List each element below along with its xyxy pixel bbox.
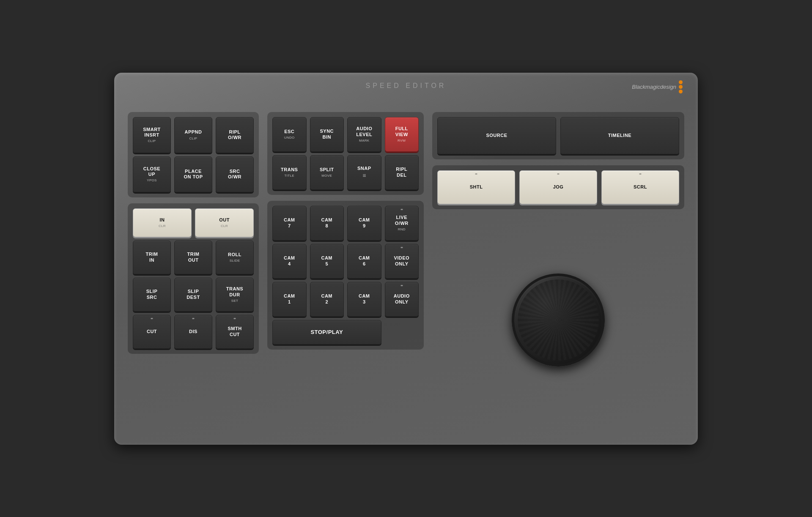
- key-out[interactable]: OUT CLR: [195, 208, 254, 237]
- key-roll[interactable]: ROLL SLIDE: [216, 241, 254, 274]
- key-snap[interactable]: SNAP ≡: [347, 155, 381, 190]
- key-sync-bin[interactable]: SYNCBIN: [310, 117, 344, 152]
- key-cam6[interactable]: CAM6: [347, 244, 381, 279]
- key-source[interactable]: SOURCE: [437, 117, 556, 154]
- key-esc[interactable]: ESC UNDO: [272, 117, 307, 152]
- inout-panel: IN CLR OUT CLR TRIMIN TRIMOUT: [128, 203, 259, 354]
- key-full-view[interactable]: FULLVIEW RVW: [385, 117, 419, 152]
- key-stop-play[interactable]: STOP/PLAY: [272, 320, 381, 345]
- brand-text: Blackmagicdesign: [632, 84, 676, 90]
- key-src-owr[interactable]: SRCO/WR: [216, 156, 254, 192]
- jog-wheel[interactable]: [512, 274, 605, 367]
- device-title: SPEED EDITOR: [366, 82, 447, 90]
- key-timeline[interactable]: TIMELINE: [560, 117, 679, 154]
- key-trans[interactable]: TRANS TITLE: [272, 155, 307, 190]
- key-slip-dest[interactable]: SLIPDEST: [174, 278, 212, 312]
- clip-grid: SMARTINSRT CLIP APPND CLIP RIPLO/WR CLOS…: [133, 117, 254, 192]
- key-cam7[interactable]: CAM7: [272, 206, 307, 241]
- brand: Blackmagicdesign: [632, 80, 683, 93]
- speed-editor-device: SPEED EDITOR Blackmagicdesign SMARTINSRT…: [114, 73, 698, 445]
- key-ripl-del[interactable]: RIPLDEL: [385, 155, 419, 190]
- key-trans-dur[interactable]: TRANSDUR SET: [216, 278, 254, 312]
- trans-panel: ESC UNDO SYNCBIN AUDIOLEVEL MARK FULLVIE…: [267, 112, 424, 195]
- key-place-on-top[interactable]: PLACEON TOP: [174, 156, 212, 192]
- brand-dot-1: [679, 80, 683, 84]
- key-shtl[interactable]: SHTL: [437, 170, 515, 204]
- cam-panel: CAM7 CAM8 CAM9 LIVEO/WR RND: [267, 201, 424, 350]
- key-trim-in[interactable]: TRIMIN: [133, 241, 171, 274]
- key-in[interactable]: IN CLR: [133, 208, 192, 237]
- key-audio-only[interactable]: AUDIOONLY: [385, 282, 419, 317]
- key-cut[interactable]: CUT: [133, 315, 171, 349]
- key-appnd[interactable]: APPND CLIP: [174, 117, 212, 153]
- key-trim-out[interactable]: TRIMOUT: [174, 241, 212, 274]
- shuttle-panel: SHTL JOG SCRL: [432, 165, 684, 209]
- key-cam1[interactable]: CAM1: [272, 282, 307, 317]
- clip-panel: SMARTINSRT CLIP APPND CLIP RIPLO/WR CLOS…: [128, 112, 259, 197]
- key-cam3[interactable]: CAM3: [347, 282, 381, 317]
- jog-wheel-container: [432, 215, 684, 425]
- key-slip-src[interactable]: SLIPSRC: [133, 278, 171, 312]
- brand-logo: [679, 80, 683, 93]
- key-video-only[interactable]: VIDEOONLY: [385, 244, 419, 279]
- key-cam2[interactable]: CAM2: [310, 282, 344, 317]
- key-close-up[interactable]: CLOSEUP YPOS: [133, 156, 171, 192]
- key-audio-level[interactable]: AUDIOLEVEL MARK: [347, 117, 381, 152]
- key-split[interactable]: SPLIT MOVE: [310, 155, 344, 190]
- key-smart-insrt[interactable]: SMARTINSRT CLIP: [133, 117, 171, 153]
- key-ripl-owr[interactable]: RIPLO/WR: [216, 117, 254, 153]
- source-timeline-panel: SOURCE TIMELINE: [432, 112, 684, 159]
- key-live-owr[interactable]: LIVEO/WR RND: [385, 206, 419, 241]
- key-scrl[interactable]: SCRL: [601, 170, 679, 204]
- brand-dot-3: [679, 90, 683, 93]
- key-cam9[interactable]: CAM9: [347, 206, 381, 241]
- key-cam5[interactable]: CAM5: [310, 244, 344, 279]
- key-smth-cut[interactable]: SMTHCUT: [216, 315, 254, 349]
- key-cam8[interactable]: CAM8: [310, 206, 344, 241]
- key-cam4[interactable]: CAM4: [272, 244, 307, 279]
- key-dis[interactable]: DIS: [174, 315, 212, 349]
- cam-spacer: [385, 320, 419, 345]
- brand-dot-2: [679, 85, 683, 89]
- key-jog[interactable]: JOG: [519, 170, 597, 204]
